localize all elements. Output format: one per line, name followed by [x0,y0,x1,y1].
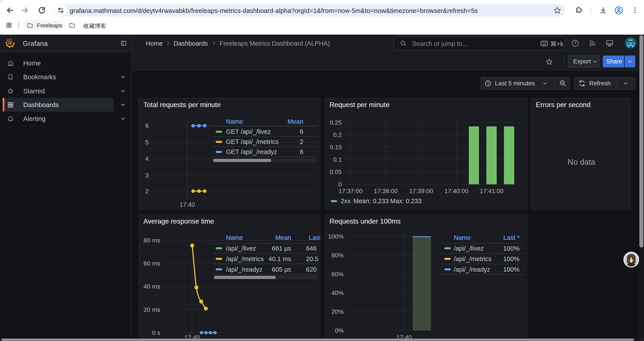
svg-text:0.05: 0.05 [330,169,342,175]
svg-text:17:39:00: 17:39:00 [409,188,433,194]
svg-text:0.1: 0.1 [333,156,342,163]
svg-text:0%: 0% [335,327,344,334]
svg-text:0.15: 0.15 [330,144,342,151]
svg-text:80%: 80% [332,252,344,259]
svg-text:0.2: 0.2 [333,131,342,138]
svg-text:3: 3 [145,172,148,179]
svg-text:17:38:00: 17:38:00 [374,188,398,194]
svg-text:5: 5 [145,139,148,146]
svg-text:6: 6 [145,122,148,129]
svg-text:40 ms: 40 ms [144,283,160,290]
svg-text:0 s: 0 s [152,329,160,336]
svg-text:20%: 20% [332,308,344,315]
svg-text:17:40:00: 17:40:00 [444,188,468,194]
svg-text:60%: 60% [332,271,344,278]
svg-text:17:37:00: 17:37:00 [339,188,362,194]
svg-text:80 ms: 80 ms [144,237,160,244]
svg-text:17:40: 17:40 [180,201,195,208]
svg-text:40%: 40% [332,289,344,296]
svg-text:20 ms: 20 ms [144,306,160,313]
svg-text:2: 2 [145,188,148,195]
svg-text:0.25: 0.25 [330,119,342,126]
svg-text:4: 4 [145,155,148,162]
svg-text:0: 0 [338,181,342,188]
svg-text:100%: 100% [328,233,344,240]
svg-text:17:41:00: 17:41:00 [480,188,504,194]
svg-text:60 ms: 60 ms [144,260,160,267]
